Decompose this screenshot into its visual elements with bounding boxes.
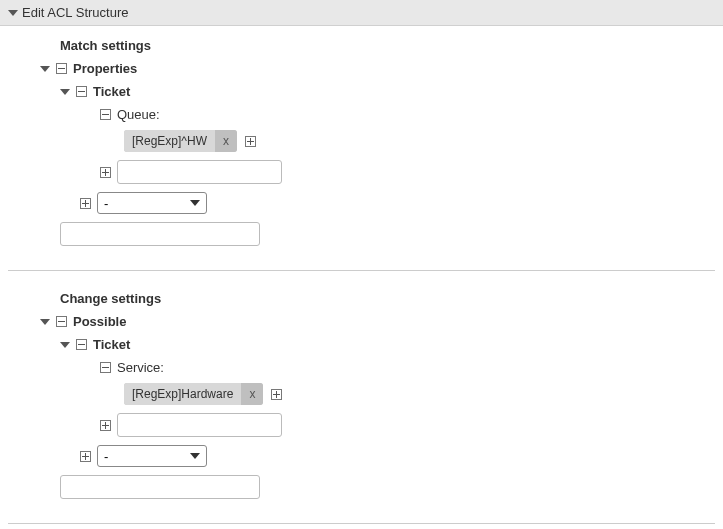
properties-add-row [60,222,723,246]
queue-add-row [100,160,723,184]
section-divider-bottom [8,523,715,524]
caret-down-icon [40,66,50,72]
ticket-add-row-change: - [80,445,723,467]
service-tag-text: [RegExp]Hardware [124,383,241,405]
caret-down-icon [40,319,50,325]
collapse-icon[interactable] [100,362,111,373]
properties-label: Properties [73,61,137,76]
match-settings-title: Match settings [60,38,723,53]
service-label: Service: [117,360,164,375]
possible-add-input[interactable] [60,475,260,499]
properties-node[interactable]: Properties [40,61,723,76]
panel-title: Edit ACL Structure [22,5,128,20]
queue-label: Queue: [117,107,160,122]
ticket-label-change: Ticket [93,337,130,352]
collapse-icon[interactable] [56,316,67,327]
queue-tag-row: [RegExp]^HW x [124,130,723,152]
collapse-icon[interactable] [76,339,87,350]
ticket-node-change[interactable]: Ticket [60,337,723,352]
queue-tag-text: [RegExp]^HW [124,130,215,152]
add-icon[interactable] [80,198,91,209]
ticket-add-select[interactable]: - [97,192,207,214]
service-add-input[interactable] [117,413,282,437]
ticket-node[interactable]: Ticket [60,84,723,99]
queue-tag: [RegExp]^HW x [124,130,237,152]
panel-header[interactable]: Edit ACL Structure [0,0,723,26]
service-tag-row: [RegExp]Hardware x [124,383,723,405]
properties-add-input[interactable] [60,222,260,246]
collapse-icon[interactable] [56,63,67,74]
caret-down-icon [60,342,70,348]
service-node[interactable]: Service: [100,360,723,375]
tag-remove-button[interactable]: x [241,383,263,405]
possible-add-row [60,475,723,499]
service-add-row [100,413,723,437]
tag-remove-button[interactable]: x [215,130,237,152]
service-tag: [RegExp]Hardware x [124,383,263,405]
queue-add-input[interactable] [117,160,282,184]
add-icon[interactable] [100,420,111,431]
ticket-label: Ticket [93,84,130,99]
add-icon[interactable] [80,451,91,462]
ticket-add-select-change[interactable]: - [97,445,207,467]
caret-down-icon [60,89,70,95]
add-tag-button[interactable] [245,136,256,147]
change-settings-section: Change settings Possible Ticket Service:… [0,279,723,515]
queue-node[interactable]: Queue: [100,107,723,122]
add-tag-button[interactable] [271,389,282,400]
section-divider [8,270,715,271]
possible-node[interactable]: Possible [40,314,723,329]
change-settings-title: Change settings [60,291,723,306]
caret-down-icon [8,10,18,16]
ticket-add-row: - [80,192,723,214]
collapse-icon[interactable] [100,109,111,120]
collapse-icon[interactable] [76,86,87,97]
match-settings-section: Match settings Properties Ticket Queue: … [0,26,723,262]
add-icon[interactable] [100,167,111,178]
possible-label: Possible [73,314,126,329]
